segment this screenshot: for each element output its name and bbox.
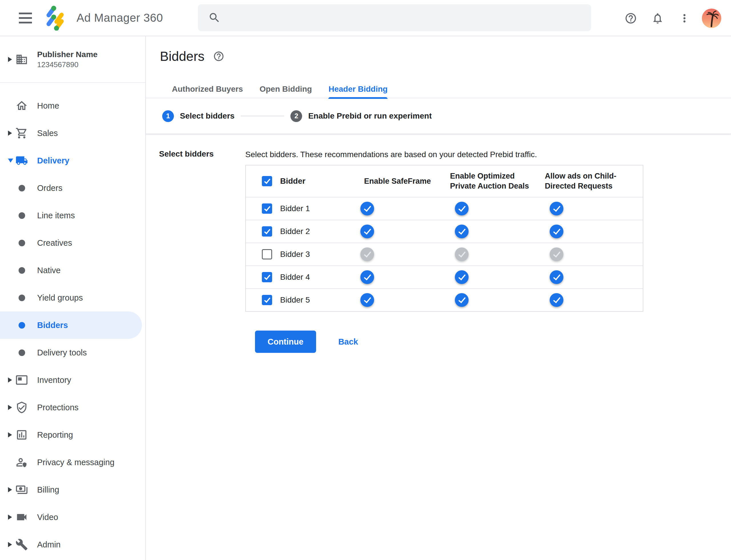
- sidebar-item-orders[interactable]: Orders: [0, 174, 145, 202]
- wrench-icon: [15, 538, 28, 551]
- caret-right-icon[interactable]: [8, 405, 13, 410]
- sidebar-item-protections[interactable]: Protections: [0, 394, 145, 421]
- enable-safeframe-toggle[interactable]: [356, 295, 372, 305]
- caret-right-icon[interactable]: [8, 542, 13, 547]
- bidder-name: Bidder 5: [272, 295, 356, 305]
- allow-child-directed-toggle[interactable]: [545, 273, 561, 282]
- back-button[interactable]: Back: [331, 331, 366, 353]
- toggle-thumb: [361, 225, 374, 238]
- table-row-bidder-5: Bidder 5: [246, 288, 643, 311]
- publisher-selector[interactable]: Publisher Name 1234567890: [0, 36, 145, 83]
- caret-right-icon[interactable]: [8, 131, 13, 136]
- allow-child-directed-toggle[interactable]: [545, 227, 561, 236]
- step-number: 1: [162, 110, 174, 122]
- select-all-checkbox[interactable]: [262, 176, 272, 186]
- tab-label: Open Bidding: [260, 85, 312, 94]
- allow-child-directed-toggle[interactable]: [545, 250, 561, 259]
- bidder-name: Bidder 3: [272, 250, 356, 259]
- sidebar-item-privacy-messaging[interactable]: Privacy & messaging: [0, 449, 145, 476]
- enable-safeframe-toggle[interactable]: [356, 250, 372, 259]
- notifications-bell-icon[interactable]: [644, 5, 671, 32]
- caret-down-icon[interactable]: [8, 159, 13, 163]
- row-checkbox[interactable]: [262, 295, 272, 305]
- bullet-dot-icon: [15, 237, 28, 249]
- toggle-thumb: [361, 202, 374, 215]
- more-vert-icon[interactable]: [671, 5, 698, 32]
- row-checkbox[interactable]: [262, 249, 272, 259]
- enable-safeframe-toggle[interactable]: [356, 227, 372, 236]
- sidebar-item-sales[interactable]: Sales: [0, 119, 145, 147]
- billing-icon: [15, 483, 28, 496]
- inventory-icon: [15, 374, 28, 386]
- search-input[interactable]: [229, 13, 582, 23]
- toggle-thumb: [550, 293, 563, 307]
- toggle-thumb: [550, 270, 563, 284]
- row-checkbox[interactable]: [262, 226, 272, 237]
- report-chart-icon: [15, 429, 28, 441]
- search-icon: [208, 11, 221, 24]
- page-help-icon[interactable]: [213, 51, 225, 62]
- caret-right-icon: [8, 57, 13, 62]
- truck-icon: [15, 154, 28, 167]
- sidebar-item-reporting[interactable]: Reporting: [0, 421, 145, 449]
- sidebar-item-bidders[interactable]: Bidders: [0, 311, 145, 339]
- bullet-dot-icon: [15, 291, 28, 304]
- sidebar-item-label: Admin: [37, 540, 61, 549]
- row-checkbox[interactable]: [262, 203, 272, 214]
- sidebar: Publisher Name 1234567890 HomeSalesDeliv…: [0, 36, 146, 560]
- table-header-row: Bidder Enable SafeFrame Enable Optimized…: [246, 165, 643, 197]
- allow-child-directed-toggle[interactable]: [545, 295, 561, 305]
- shield-check-icon: [15, 401, 28, 414]
- step-number: 2: [291, 110, 302, 122]
- hamburger-icon[interactable]: [19, 13, 32, 23]
- sidebar-item-label: Home: [37, 101, 59, 111]
- sidebar-item-admin[interactable]: Admin: [0, 531, 145, 558]
- toggle-thumb: [550, 247, 563, 261]
- sidebar-item-delivery[interactable]: Delivery: [0, 147, 145, 174]
- search-bar[interactable]: [198, 4, 591, 31]
- tab-open-bidding[interactable]: Open Bidding: [251, 80, 321, 98]
- column-header-bidder: Bidder: [272, 177, 356, 186]
- sidebar-item-label: Billing: [37, 485, 59, 495]
- enable-optimized-deals-toggle[interactable]: [450, 250, 466, 259]
- toggle-thumb: [455, 202, 468, 215]
- sidebar-item-line-items[interactable]: Line items: [0, 202, 145, 229]
- column-header-child-directed: Allow ads on Child-Directed Requests: [545, 171, 630, 191]
- bullet-dot-icon: [15, 182, 28, 194]
- row-checkbox[interactable]: [262, 272, 272, 282]
- toggle-thumb: [361, 293, 374, 307]
- bidders-table: Bidder Enable SafeFrame Enable Optimized…: [245, 165, 643, 312]
- bidder-name: Bidder 2: [272, 227, 356, 236]
- caret-right-icon[interactable]: [8, 377, 13, 383]
- enable-optimized-deals-toggle[interactable]: [450, 273, 466, 282]
- continue-button[interactable]: Continue: [255, 331, 316, 353]
- avatar-palm-tree[interactable]: [702, 9, 721, 28]
- allow-child-directed-toggle[interactable]: [545, 204, 561, 213]
- help-icon[interactable]: [617, 5, 644, 32]
- sidebar-item-native[interactable]: Native: [0, 257, 145, 284]
- enable-safeframe-toggle[interactable]: [356, 273, 372, 282]
- toggle-thumb: [455, 293, 468, 307]
- sidebar-item-inventory[interactable]: Inventory: [0, 366, 145, 394]
- sidebar-item-yield-groups[interactable]: Yield groups: [0, 284, 145, 311]
- sidebar-item-delivery-tools[interactable]: Delivery tools: [0, 339, 145, 366]
- sidebar-item-label: Sales: [37, 129, 58, 138]
- sidebar-item-label: Protections: [37, 403, 79, 412]
- caret-right-icon[interactable]: [8, 515, 13, 520]
- enable-safeframe-toggle[interactable]: [356, 204, 372, 213]
- form-actions: Continue Back: [255, 331, 731, 353]
- sidebar-item-label: Delivery: [37, 156, 69, 165]
- caret-right-icon[interactable]: [8, 487, 13, 492]
- enable-optimized-deals-toggle[interactable]: [450, 295, 466, 305]
- toggle-thumb: [361, 247, 374, 261]
- sidebar-item-video[interactable]: Video: [0, 503, 145, 531]
- tab-authorized-buyers[interactable]: Authorized Buyers: [164, 80, 251, 98]
- caret-right-icon[interactable]: [8, 432, 13, 437]
- tab-header-bidding[interactable]: Header Bidding: [320, 80, 396, 98]
- video-camera-icon: [15, 511, 28, 523]
- enable-optimized-deals-toggle[interactable]: [450, 204, 466, 213]
- sidebar-item-billing[interactable]: Billing: [0, 476, 145, 503]
- enable-optimized-deals-toggle[interactable]: [450, 227, 466, 236]
- sidebar-item-creatives[interactable]: Creatives: [0, 229, 145, 257]
- sidebar-item-home[interactable]: Home: [0, 92, 145, 119]
